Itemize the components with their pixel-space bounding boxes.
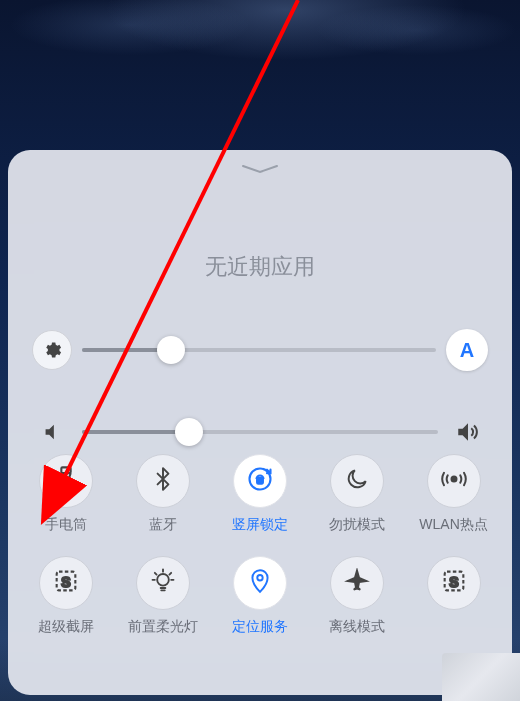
chevron-down-icon xyxy=(241,164,279,174)
tile-button-screenshot[interactable]: S xyxy=(427,556,481,610)
tile-button-rotation-lock[interactable] xyxy=(233,454,287,508)
tile-label-airplane: 离线模式 xyxy=(329,618,385,636)
volume-slider[interactable] xyxy=(82,430,438,434)
tile-label-front-softlight: 前置柔光灯 xyxy=(128,618,198,636)
tile-button-location[interactable] xyxy=(233,556,287,610)
tile-label-rotation-lock: 竖屏锁定 xyxy=(232,516,288,534)
tile-dnd: 勿扰模式 xyxy=(308,454,405,534)
svg-line-11 xyxy=(155,573,157,575)
tile-bluetooth: 蓝牙 xyxy=(115,454,212,534)
tile-hotspot: WLAN热点 xyxy=(405,454,502,534)
moon-icon xyxy=(344,466,370,496)
tile-location: 定位服务 xyxy=(212,556,309,636)
svg-line-12 xyxy=(170,573,172,575)
auto-brightness-label: A xyxy=(460,339,474,362)
volume-low-icon xyxy=(32,412,72,452)
tile-rotation-lock: 竖屏锁定 xyxy=(212,454,309,534)
volume-low-icon-svg xyxy=(41,421,63,443)
bluetooth-icon xyxy=(150,466,176,496)
volume-fill xyxy=(82,430,189,434)
brightness-slider-row: A xyxy=(32,330,488,370)
corner-obscured xyxy=(442,653,520,701)
svg-text:S: S xyxy=(449,574,458,590)
volume-high-icon-svg xyxy=(455,419,481,445)
tile-screenshot: S xyxy=(405,556,502,636)
svg-rect-3 xyxy=(257,478,263,484)
tile-button-front-softlight[interactable] xyxy=(136,556,190,610)
tile-label-flashlight: 手电筒 xyxy=(45,516,87,534)
tile-flashlight: 手电筒 xyxy=(18,454,115,534)
control-center-panel: 无近期应用 A xyxy=(8,150,512,695)
screenshot-s-icon: S xyxy=(440,567,468,599)
svg-point-15 xyxy=(257,575,262,580)
tile-super-screenshot: S超级截屏 xyxy=(18,556,115,636)
svg-rect-0 xyxy=(62,467,71,473)
brightness-settings-button[interactable] xyxy=(32,330,72,370)
panel-collapse-handle[interactable] xyxy=(241,164,279,174)
location-icon xyxy=(247,568,273,598)
screenshot-icon: S xyxy=(52,567,80,599)
tile-label-dnd: 勿扰模式 xyxy=(329,516,385,534)
airplane-icon xyxy=(344,568,370,598)
gear-icon xyxy=(42,340,62,360)
tile-button-super-screenshot[interactable]: S xyxy=(39,556,93,610)
tile-label-hotspot: WLAN热点 xyxy=(419,516,487,534)
tile-label-super-screenshot: 超级截屏 xyxy=(38,618,94,636)
tile-airplane: 离线模式 xyxy=(308,556,405,636)
tile-button-bluetooth[interactable] xyxy=(136,454,190,508)
tile-button-flashlight[interactable] xyxy=(39,454,93,508)
rotation-lock-icon xyxy=(246,465,274,497)
tile-label-bluetooth: 蓝牙 xyxy=(149,516,177,534)
brightness-thumb[interactable] xyxy=(157,336,185,364)
tile-button-airplane[interactable] xyxy=(330,556,384,610)
quick-tiles-grid: 手电筒蓝牙竖屏锁定勿扰模式WLAN热点S超级截屏前置柔光灯定位服务离线模式S xyxy=(8,448,512,636)
tile-button-dnd[interactable] xyxy=(330,454,384,508)
svg-point-7 xyxy=(157,574,169,586)
bulb-icon xyxy=(149,567,177,599)
tile-button-hotspot[interactable] xyxy=(427,454,481,508)
volume-high-icon xyxy=(448,412,488,452)
recent-apps-empty-text: 无近期应用 xyxy=(8,252,512,282)
brightness-slider[interactable] xyxy=(82,348,436,352)
svg-text:S: S xyxy=(62,574,71,590)
tile-front-softlight: 前置柔光灯 xyxy=(115,556,212,636)
hotspot-icon xyxy=(439,464,469,498)
volume-thumb[interactable] xyxy=(175,418,203,446)
tile-label-location: 定位服务 xyxy=(232,618,288,636)
flashlight-icon xyxy=(52,465,80,497)
svg-point-4 xyxy=(451,477,456,482)
auto-brightness-toggle[interactable]: A xyxy=(446,329,488,371)
volume-slider-row xyxy=(32,412,488,452)
